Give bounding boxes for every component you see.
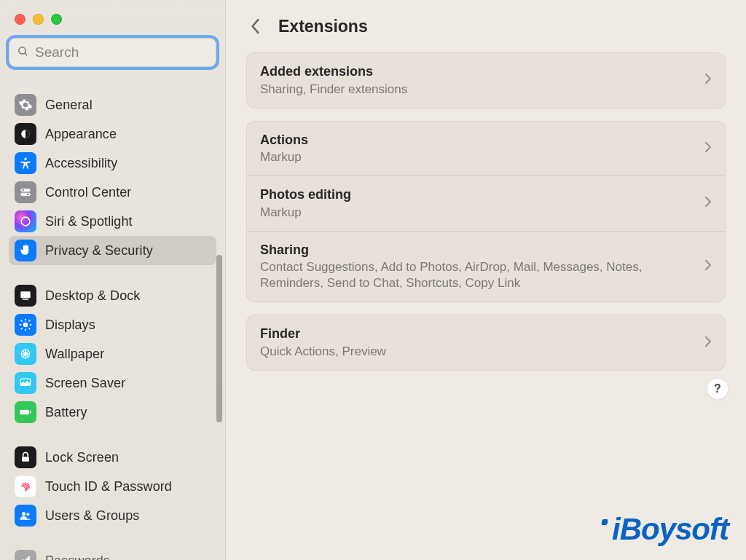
sidebar-item-users-groups[interactable]: Users & Groups <box>9 501 216 530</box>
row-title: Finder <box>260 326 697 342</box>
sidebar-item-label: Battery <box>45 405 87 420</box>
svg-rect-29 <box>22 457 29 462</box>
row-title: Actions <box>260 132 697 149</box>
row-title: Added extensions <box>260 63 697 80</box>
siri-icon <box>15 210 36 232</box>
sidebar-item-label: Wallpaper <box>45 347 104 362</box>
svg-point-0 <box>19 47 25 53</box>
accessibility-icon <box>15 152 36 174</box>
sidebar-item-label: General <box>45 98 93 113</box>
sidebar-item-label: Privacy & Security <box>45 243 153 259</box>
row-sharing[interactable]: Sharing Contact Suggestions, Add to Phot… <box>247 231 725 302</box>
row-subtitle: Sharing, Finder extensions <box>260 82 697 98</box>
svg-rect-9 <box>20 291 30 298</box>
sidebar-item-touch-id-password[interactable]: Touch ID & Password <box>9 472 216 501</box>
panel-system-extensions: Actions Markup Photos editing Markup <box>246 121 726 303</box>
row-added-extensions[interactable]: Added extensions Sharing, Finder extensi… <box>247 53 725 108</box>
gear-icon <box>15 94 36 116</box>
content-header: Extensions <box>226 0 746 52</box>
sidebar-item-label: Accessibility <box>45 156 117 171</box>
sidebar-item-wallpaper[interactable]: Wallpaper <box>9 339 216 368</box>
chevron-right-icon <box>704 73 712 87</box>
sidebar-item-label: Passwords <box>45 553 110 561</box>
svg-rect-27 <box>20 410 30 415</box>
battery-icon <box>15 401 36 423</box>
users-icon <box>15 505 36 527</box>
sidebar-item-battery[interactable]: Battery <box>9 398 216 427</box>
settings-window: General Appearance Accessibility <box>0 0 746 560</box>
main-content: Extensions Added extensions Sharing, Fin… <box>226 0 746 560</box>
help-button[interactable]: ? <box>707 378 729 400</box>
close-button[interactable] <box>15 14 25 25</box>
svg-rect-10 <box>23 299 28 300</box>
sidebar-item-displays[interactable]: Displays <box>9 310 216 339</box>
sidebar-scroll: General Appearance Accessibility <box>0 87 225 560</box>
row-subtitle: Markup <box>260 205 697 221</box>
search-icon <box>17 45 29 60</box>
control-center-icon <box>15 181 36 203</box>
svg-point-7 <box>27 194 29 196</box>
sidebar-item-passwords[interactable]: Passwords <box>9 546 216 560</box>
svg-point-31 <box>26 513 29 516</box>
sidebar-item-label: Displays <box>45 318 95 333</box>
fullscreen-button[interactable] <box>51 14 62 25</box>
page-title: Extensions <box>278 17 368 36</box>
sidebar-item-label: Users & Groups <box>45 508 139 524</box>
sidebar-item-general[interactable]: General <box>9 90 216 119</box>
svg-point-8 <box>21 217 30 226</box>
minimize-button[interactable] <box>33 14 44 25</box>
wallpaper-icon <box>15 343 36 365</box>
chevron-right-icon <box>704 336 712 350</box>
back-button[interactable] <box>246 17 265 36</box>
sidebar: General Appearance Accessibility <box>0 0 226 560</box>
svg-line-18 <box>21 328 23 330</box>
search-field[interactable] <box>9 38 216 67</box>
row-photos-editing[interactable]: Photos editing Markup <box>247 176 725 231</box>
svg-point-30 <box>22 512 25 516</box>
sidebar-item-label: Lock Screen <box>45 450 119 465</box>
sidebar-item-control-center[interactable]: Control Center <box>9 178 216 207</box>
chevron-right-icon <box>704 141 712 156</box>
screen-saver-icon <box>15 372 36 394</box>
fingerprint-icon <box>15 476 36 497</box>
sidebar-item-label: Screen Saver <box>45 376 125 391</box>
hand-icon <box>15 240 36 261</box>
row-actions[interactable]: Actions Markup <box>247 122 725 176</box>
sidebar-item-label: Siri & Spotlight <box>45 214 133 229</box>
search-input[interactable] <box>35 44 208 60</box>
svg-point-6 <box>22 189 24 192</box>
row-finder[interactable]: Finder Quick Actions, Preview <box>247 315 725 370</box>
sidebar-item-label: Appearance <box>45 127 117 142</box>
sidebar-item-lock-screen[interactable]: Lock Screen <box>9 443 216 472</box>
svg-point-3 <box>24 158 26 160</box>
sidebar-scrollbar[interactable] <box>216 255 222 422</box>
chevron-right-icon <box>704 196 712 210</box>
displays-icon <box>15 314 36 336</box>
row-subtitle: Contact Suggestions, Add to Photos, AirD… <box>260 259 697 291</box>
svg-line-17 <box>29 328 31 330</box>
sidebar-item-desktop-dock[interactable]: Desktop & Dock <box>9 281 216 310</box>
appearance-icon <box>15 123 36 145</box>
row-title: Photos editing <box>260 186 697 203</box>
sidebar-item-label: Control Center <box>45 185 131 200</box>
chevron-right-icon <box>704 259 712 274</box>
row-title: Sharing <box>260 242 697 259</box>
svg-line-1 <box>25 52 27 55</box>
window-controls <box>0 0 225 38</box>
watermark: iBoysoft <box>605 512 729 547</box>
key-icon <box>15 550 36 560</box>
desktop-dock-icon <box>15 285 36 307</box>
lock-icon <box>15 446 36 468</box>
sidebar-item-screen-saver[interactable]: Screen Saver <box>9 368 216 398</box>
sidebar-item-siri-spotlight[interactable]: Siri & Spotlight <box>9 207 216 236</box>
sidebar-item-accessibility[interactable]: Accessibility <box>9 149 216 178</box>
sidebar-item-label: Desktop & Dock <box>45 288 140 304</box>
svg-line-19 <box>29 320 31 322</box>
panel-added-extensions: Added extensions Sharing, Finder extensi… <box>246 52 726 109</box>
panel-finder: Finder Quick Actions, Preview <box>246 315 726 371</box>
sidebar-item-appearance[interactable]: Appearance <box>9 119 216 149</box>
sidebar-item-label: Touch ID & Password <box>45 479 172 494</box>
svg-point-11 <box>23 323 28 328</box>
sidebar-item-privacy-security[interactable]: Privacy & Security <box>9 236 216 265</box>
row-subtitle: Markup <box>260 149 697 165</box>
